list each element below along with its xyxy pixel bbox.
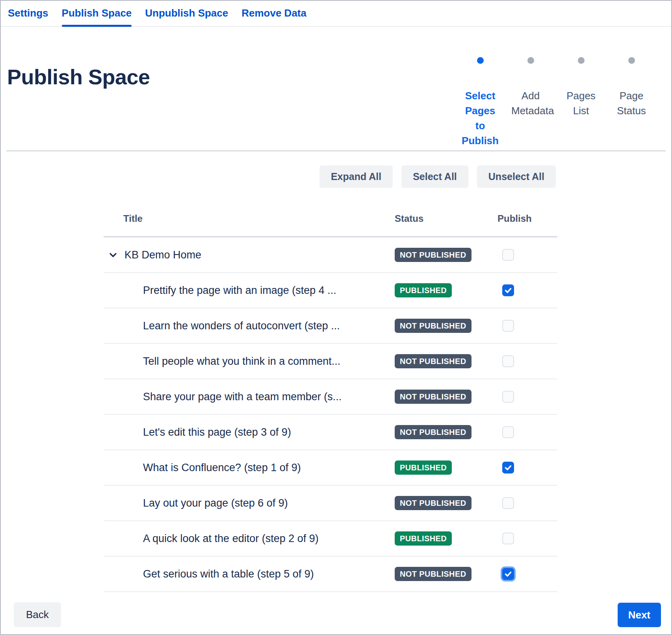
publish-cell	[498, 533, 557, 544]
step-label: Pages List	[562, 88, 600, 118]
header-divider	[6, 150, 666, 151]
wizard-stepper: Select Pages to Publish Add Metadata Pag…	[455, 57, 657, 148]
step-dot-active-icon	[477, 57, 484, 64]
status-cell: NOT PUBLISHED	[395, 496, 498, 510]
publish-checkbox[interactable]	[502, 284, 514, 296]
page-header: Publish Space Select Pages to Publish Ad…	[1, 27, 671, 148]
table-row: Get serious with a table (step 5 of 9) N…	[104, 557, 557, 592]
step-dot-icon	[578, 57, 585, 64]
column-header-publish: Publish	[498, 213, 557, 224]
page-title-text: Lay out your page (step 6 of 9)	[143, 497, 288, 509]
page-title-text: Prettify the page with an image (step 4 …	[143, 284, 336, 297]
status-cell: NOT PUBLISHED	[395, 319, 498, 333]
checkmark-icon	[504, 570, 512, 578]
status-badge: PUBLISHED	[395, 531, 452, 546]
tab-settings[interactable]: Settings	[8, 1, 48, 26]
publish-cell	[498, 320, 557, 332]
publish-checkbox[interactable]	[502, 568, 514, 580]
status-badge: NOT PUBLISHED	[395, 319, 472, 333]
publish-checkbox[interactable]	[502, 320, 514, 332]
tab-remove-data[interactable]: Remove Data	[241, 1, 306, 26]
publish-checkbox[interactable]	[502, 462, 514, 473]
top-tab-bar: Settings Publish Space Unpublish Space R…	[1, 1, 671, 27]
page-title-text: Tell people what you think in a comment.…	[143, 355, 340, 368]
title-cell: What is Confluence? (step 1 of 9)	[104, 462, 395, 474]
back-button[interactable]: Back	[14, 602, 61, 627]
checkmark-icon	[504, 286, 512, 295]
next-button[interactable]: Next	[618, 603, 661, 627]
table-body: KB Demo Home NOT PUBLISHED Prettify the …	[104, 238, 557, 592]
status-badge: NOT PUBLISHED	[395, 354, 472, 368]
step-label: Select Pages to Publish	[461, 88, 499, 148]
status-cell: NOT PUBLISHED	[395, 248, 498, 262]
status-badge: NOT PUBLISHED	[395, 496, 472, 510]
title-cell: Learn the wonders of autoconvert (step .…	[104, 320, 395, 332]
publish-cell	[498, 497, 557, 509]
publish-space-page: Settings Publish Space Unpublish Space R…	[0, 0, 672, 635]
tab-unpublish-space[interactable]: Unpublish Space	[145, 1, 228, 26]
publish-checkbox[interactable]	[502, 533, 514, 544]
table-header-row: Title Status Publish	[104, 213, 557, 238]
status-cell: NOT PUBLISHED	[395, 567, 498, 581]
publish-cell	[498, 426, 557, 438]
status-cell: NOT PUBLISHED	[395, 390, 498, 404]
publish-checkbox[interactable]	[502, 249, 514, 261]
publish-cell	[498, 391, 557, 403]
publish-checkbox[interactable]	[502, 426, 514, 438]
chevron-down-icon[interactable]	[108, 250, 118, 260]
publish-cell	[498, 355, 557, 367]
table-row: Tell people what you think in a comment.…	[104, 344, 557, 379]
select-all-button[interactable]: Select All	[401, 165, 468, 188]
column-header-status: Status	[395, 213, 498, 224]
page-title-text: Learn the wonders of autoconvert (step .…	[143, 320, 340, 332]
title-cell: Let's edit this page (step 3 of 9)	[104, 426, 395, 438]
table-row: A quick look at the editor (step 2 of 9)…	[104, 521, 557, 557]
status-cell: PUBLISHED	[395, 531, 498, 546]
status-cell: NOT PUBLISHED	[395, 354, 498, 368]
page-title-text: KB Demo Home	[124, 249, 201, 261]
page-title-text: Get serious with a table (step 5 of 9)	[143, 568, 314, 580]
publish-checkbox[interactable]	[502, 391, 514, 403]
page-title-text: What is Confluence? (step 1 of 9)	[143, 462, 301, 474]
step-dot-icon	[628, 57, 635, 64]
title-cell: KB Demo Home	[104, 249, 395, 261]
page-title-text: Let's edit this page (step 3 of 9)	[143, 426, 291, 438]
stepper-step-select-pages: Select Pages to Publish	[455, 57, 505, 148]
publish-checkbox[interactable]	[502, 497, 514, 509]
status-cell: NOT PUBLISHED	[395, 425, 498, 439]
status-badge: PUBLISHED	[395, 283, 452, 297]
title-cell: Prettify the page with an image (step 4 …	[104, 284, 395, 297]
publish-cell	[498, 249, 557, 261]
tab-publish-space[interactable]: Publish Space	[62, 1, 132, 26]
title-cell: Share your page with a team member (s...	[104, 391, 395, 403]
table-row: Lay out your page (step 6 of 9) NOT PUBL…	[104, 486, 557, 521]
page-title: Publish Space	[7, 65, 150, 89]
title-cell: Tell people what you think in a comment.…	[104, 355, 395, 368]
publish-cell	[498, 568, 557, 580]
status-badge: NOT PUBLISHED	[395, 248, 472, 262]
step-dot-icon	[527, 57, 534, 64]
table-row: Let's edit this page (step 3 of 9) NOT P…	[104, 415, 557, 450]
step-label: Add Metadata	[511, 88, 550, 118]
stepper-step-add-metadata: Add Metadata	[505, 57, 556, 148]
publish-cell	[498, 462, 557, 473]
table-row: Learn the wonders of autoconvert (step .…	[104, 308, 557, 344]
page-title-text: A quick look at the editor (step 2 of 9)	[143, 533, 319, 545]
column-header-title: Title	[104, 213, 395, 224]
table-row: What is Confluence? (step 1 of 9) PUBLIS…	[104, 450, 557, 486]
selection-toolbar: Expand All Select All Unselect All	[1, 165, 556, 188]
page-title-text: Share your page with a team member (s...	[143, 391, 342, 403]
table-row: Prettify the page with an image (step 4 …	[104, 273, 557, 308]
expand-all-button[interactable]: Expand All	[319, 165, 393, 188]
title-cell: Lay out your page (step 6 of 9)	[104, 497, 395, 509]
status-badge: NOT PUBLISHED	[395, 425, 472, 439]
checkmark-icon	[504, 463, 512, 472]
table-row: Share your page with a team member (s...…	[104, 379, 557, 415]
status-cell: PUBLISHED	[395, 283, 498, 297]
publish-checkbox[interactable]	[502, 355, 514, 367]
publish-cell	[498, 284, 557, 296]
title-cell: Get serious with a table (step 5 of 9)	[104, 568, 395, 580]
stepper-step-pages-list: Pages List	[556, 57, 606, 148]
unselect-all-button[interactable]: Unselect All	[477, 165, 556, 188]
status-badge: PUBLISHED	[395, 460, 452, 475]
